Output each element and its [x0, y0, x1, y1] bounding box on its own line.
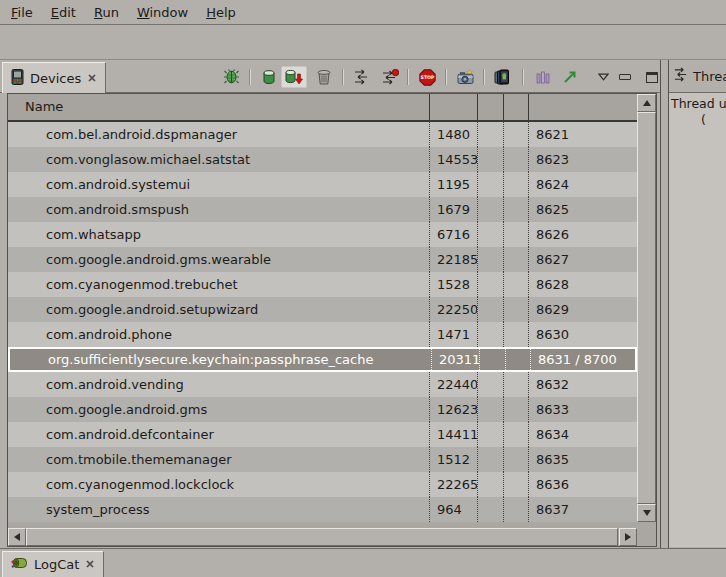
process-table-body: com.bel.android.dspmanager14808621com.vo… — [8, 122, 637, 522]
update-threads-red-dot-icon[interactable] — [382, 69, 399, 85]
table-header[interactable]: Name — [8, 94, 637, 122]
panel-sash[interactable] — [660, 60, 661, 548]
arrow-up-icon — [643, 100, 651, 106]
port-cell: 8633 — [528, 397, 637, 422]
gc-trash-icon[interactable] — [317, 69, 331, 85]
device-phone-stack-icon[interactable] — [494, 69, 510, 85]
table-row[interactable]: com.bel.android.dspmanager14808621 — [8, 122, 637, 147]
toolbar-separator — [445, 69, 447, 85]
table-row[interactable]: com.vonglasow.michael.satstat145538623 — [8, 147, 637, 172]
port-cell: 8629 — [528, 297, 637, 322]
process-name-cell: org.sufficientlysecure.keychain:passphra… — [10, 349, 431, 370]
close-icon[interactable] — [85, 557, 95, 572]
table-row[interactable]: com.tmobile.thememanager15128635 — [8, 447, 637, 472]
empty-cell — [503, 272, 528, 297]
port-cell: 8628 — [528, 272, 637, 297]
process-name-cell: com.android.vending — [8, 372, 429, 397]
debug-bug-icon[interactable] — [223, 69, 240, 85]
table-row-selected[interactable]: org.sufficientlysecure.keychain:passphra… — [8, 347, 637, 372]
empty-cell — [477, 297, 503, 322]
empty-cell — [503, 372, 528, 397]
table-row[interactable]: com.whatsapp67168626 — [8, 222, 637, 247]
pid-cell: 22185 — [429, 247, 477, 272]
screen-capture-camera-icon[interactable] — [457, 69, 475, 85]
empty-cell — [503, 472, 528, 497]
table-row[interactable]: com.android.vending224408632 — [8, 372, 637, 397]
port-cell: 8630 — [528, 322, 637, 347]
tab-devices[interactable]: Devices — [2, 62, 106, 93]
pid-cell: 22250 — [429, 297, 477, 322]
menu-file[interactable]: File — [2, 2, 42, 23]
column-header-pid[interactable] — [429, 94, 477, 120]
view-menu-icon[interactable] — [598, 73, 609, 81]
port-cell: 8621 — [528, 122, 637, 147]
stop-sign-icon[interactable]: STOP — [419, 69, 436, 86]
port-cell: 8627 — [528, 247, 637, 272]
tab-logcat-label: LogCat — [34, 557, 79, 572]
table-row[interactable]: com.cyanogenmod.trebuchet15288628 — [8, 272, 637, 297]
column-header-3[interactable] — [477, 94, 503, 120]
tracing-green-arrow-icon[interactable] — [563, 70, 577, 84]
empty-cell — [477, 497, 503, 522]
table-row[interactable]: com.android.systemui11958624 — [8, 172, 637, 197]
update-threads-icon[interactable] — [353, 69, 369, 85]
column-header-name[interactable]: Name — [8, 94, 429, 120]
table-row[interactable]: system_process9648637 — [8, 497, 637, 522]
scroll-left-button[interactable] — [8, 528, 26, 546]
pid-cell: 1512 — [429, 447, 477, 472]
arrow-right-icon — [625, 533, 631, 541]
process-name-cell: com.bel.android.dspmanager — [8, 122, 429, 147]
pid-cell: 6716 — [429, 222, 477, 247]
close-icon[interactable] — [87, 71, 97, 86]
empty-cell — [505, 349, 530, 370]
table-row[interactable]: com.android.defcontainer144118634 — [8, 422, 637, 447]
table-row[interactable]: com.cyanogenmod.lockclock222658636 — [8, 472, 637, 497]
vertical-scrollbar[interactable] — [637, 94, 656, 522]
toolbar-separator — [483, 69, 485, 85]
scroll-down-button[interactable] — [637, 504, 656, 522]
tab-logcat[interactable]: LogCat — [2, 551, 104, 577]
port-cell: 8625 — [528, 197, 637, 222]
dump-hprof-button[interactable] — [281, 66, 307, 88]
empty-cell — [503, 247, 528, 272]
port-cell: 8623 — [528, 147, 637, 172]
table-row[interactable]: com.google.android.setupwizard222508629 — [8, 297, 637, 322]
port-cell: 8631 / 8700 — [530, 349, 635, 370]
column-header-4[interactable] — [503, 94, 528, 120]
table-row[interactable]: com.google.android.gms126238633 — [8, 397, 637, 422]
vertical-scroll-thumb[interactable] — [637, 112, 656, 504]
menu-help[interactable]: Help — [197, 2, 245, 23]
empty-cell — [503, 422, 528, 447]
minimize-icon[interactable] — [619, 74, 631, 80]
logcat-icon — [11, 556, 28, 573]
menu-run[interactable]: Run — [85, 2, 128, 23]
menu-window[interactable]: Window — [128, 2, 197, 23]
empty-cell — [503, 172, 528, 197]
tab-threads-label[interactable]: Threads — [693, 69, 726, 84]
arrow-down-icon — [643, 510, 651, 516]
toolbar-separator — [407, 69, 409, 85]
table-row[interactable]: com.android.phone14718630 — [8, 322, 637, 347]
update-heap-icon[interactable] — [263, 69, 275, 85]
column-header-port[interactable] — [528, 94, 637, 120]
table-row[interactable]: com.google.android.gms.wearable221858627 — [8, 247, 637, 272]
scroll-up-button[interactable] — [637, 94, 656, 112]
toolbar-separator — [522, 69, 524, 85]
pid-cell: 14553 — [429, 147, 477, 172]
pid-cell: 1480 — [429, 122, 477, 147]
process-table: Name com.bel.android.dspmanager14808621c… — [7, 93, 657, 547]
table-row[interactable]: com.android.smspush16798625 — [8, 197, 637, 222]
pid-cell: 1471 — [429, 322, 477, 347]
toolbar-separator — [342, 69, 344, 85]
horizontal-scrollbar[interactable] — [8, 528, 637, 546]
menu-edit[interactable]: Edit — [42, 2, 85, 23]
empty-cell — [503, 222, 528, 247]
scroll-right-button[interactable] — [619, 528, 637, 546]
threads-tabbar: Threads — [669, 60, 726, 93]
pid-cell: 14411 — [429, 422, 477, 447]
horizontal-scroll-thumb[interactable] — [26, 528, 618, 546]
empty-cell — [477, 322, 503, 347]
maximize-icon[interactable] — [646, 72, 658, 83]
pid-cell: 1679 — [429, 197, 477, 222]
method-profiling-bars-icon[interactable] — [536, 70, 550, 84]
